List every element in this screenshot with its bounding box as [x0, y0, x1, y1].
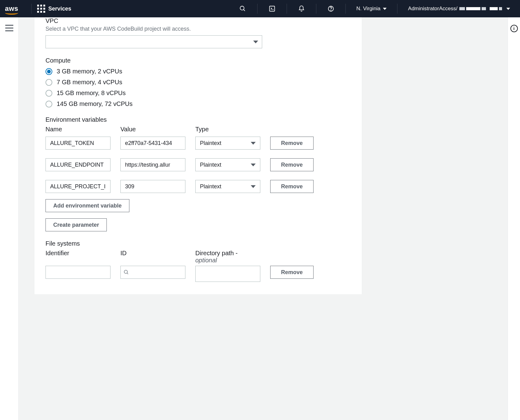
- radio-icon: [46, 90, 52, 97]
- search-icon[interactable]: [234, 5, 252, 12]
- create-parameter-button[interactable]: Create parameter: [46, 218, 107, 231]
- notifications-icon[interactable]: [292, 5, 310, 12]
- svg-point-6: [124, 270, 128, 273]
- compute-option-label: 145 GB memory, 72 vCPUs: [57, 100, 132, 107]
- svg-line-1: [244, 10, 245, 11]
- envvar-name-input[interactable]: [46, 158, 110, 171]
- add-envvar-button[interactable]: Add environment variable: [46, 199, 129, 212]
- fs-header-dir: Directory path - optional: [195, 250, 260, 264]
- vpc-section: VPC Select a VPC that your AWS CodeBuild…: [46, 17, 351, 48]
- envvar-type-value: Plaintext: [200, 183, 221, 190]
- envvar-type-value: Plaintext: [200, 162, 221, 168]
- compute-option-1[interactable]: 7 GB memory, 4 vCPUs: [46, 79, 351, 86]
- compute-option-label: 3 GB memory, 2 vCPUs: [57, 68, 122, 75]
- caret-down-icon: [383, 8, 387, 10]
- info-icon[interactable]: i: [510, 25, 518, 32]
- envvars-title: Environment variables: [46, 116, 351, 123]
- vpc-select[interactable]: [46, 35, 262, 48]
- compute-title: Compute: [46, 57, 351, 64]
- envvar-type-select[interactable]: Plaintext: [195, 158, 260, 171]
- fs-id-search[interactable]: [120, 266, 185, 279]
- account-label: AdministratorAccess/: [408, 6, 457, 12]
- chevron-down-icon: [251, 164, 256, 166]
- hamburger-icon[interactable]: [5, 25, 13, 31]
- envvar-header-type: Type: [195, 126, 260, 133]
- cloudshell-icon[interactable]: [263, 5, 281, 12]
- region-label: N. Virginia: [356, 6, 380, 12]
- account-menu[interactable]: AdministratorAccess/: [403, 6, 515, 12]
- divider: [345, 4, 346, 14]
- services-menu[interactable]: Services: [37, 5, 71, 13]
- filesystems-section: File systems Identifier ID Directory pat…: [46, 240, 351, 282]
- compute-option-0[interactable]: 3 GB memory, 2 vCPUs: [46, 68, 351, 75]
- chevron-down-icon: [253, 41, 258, 43]
- filesystems-title: File systems: [46, 240, 351, 247]
- fs-header-id: ID: [120, 250, 185, 257]
- services-label: Services: [48, 6, 71, 12]
- divider: [287, 4, 287, 14]
- envvar-value-input[interactable]: [120, 180, 185, 193]
- account-id-redacted-2: [490, 7, 502, 10]
- compute-option-label: 15 GB memory, 8 vCPUs: [57, 90, 126, 97]
- fs-id-input[interactable]: [120, 266, 185, 279]
- envvars-section: Environment variables Name Value Type Pl…: [46, 116, 351, 231]
- right-rail: i: [508, 17, 520, 420]
- chevron-down-icon: [251, 142, 256, 145]
- envvar-row: Plaintext Remove: [46, 137, 351, 150]
- svg-line-7: [127, 273, 128, 274]
- divider: [397, 4, 397, 14]
- fs-remove-button[interactable]: Remove: [270, 266, 314, 279]
- svg-point-0: [240, 6, 244, 10]
- region-selector[interactable]: N. Virginia: [351, 6, 392, 12]
- envvar-value-input[interactable]: [120, 158, 185, 171]
- svg-point-5: [331, 10, 331, 11]
- help-icon[interactable]: [322, 5, 340, 12]
- aws-logo[interactable]: aws: [5, 5, 18, 13]
- radio-icon: [46, 79, 52, 86]
- divider: [257, 4, 258, 14]
- fs-header-identifier: Identifier: [46, 250, 110, 257]
- compute-option-label: 7 GB memory, 4 vCPUs: [57, 79, 122, 86]
- vpc-helper: Select a VPC that your AWS CodeBuild pro…: [46, 26, 351, 32]
- envvar-remove-button[interactable]: Remove: [270, 137, 314, 150]
- compute-option-3[interactable]: 145 GB memory, 72 vCPUs: [46, 100, 351, 107]
- envvar-row: Plaintext Remove: [46, 158, 351, 171]
- divider: [316, 4, 316, 14]
- envvar-header-name: Name: [46, 126, 110, 133]
- vpc-title: VPC: [46, 17, 351, 24]
- main-content: VPC Select a VPC that your AWS CodeBuild…: [19, 17, 508, 420]
- envvar-type-select[interactable]: Plaintext: [195, 180, 260, 193]
- services-grid-icon: [37, 5, 45, 13]
- envvar-value-input[interactable]: [120, 137, 185, 150]
- envvar-name-input[interactable]: [46, 180, 110, 193]
- envvar-name-input[interactable]: [46, 137, 110, 150]
- compute-option-2[interactable]: 15 GB memory, 8 vCPUs: [46, 90, 351, 97]
- compute-section: Compute 3 GB memory, 2 vCPUs 7 GB memory…: [46, 57, 351, 107]
- caret-down-icon: [506, 8, 510, 10]
- chevron-down-icon: [251, 185, 256, 188]
- fs-row: Remove: [46, 266, 351, 282]
- envvar-row: Plaintext Remove: [46, 180, 351, 193]
- radio-checked-icon: [46, 68, 52, 75]
- fs-identifier-input[interactable]: [46, 266, 110, 279]
- search-icon: [124, 269, 129, 275]
- envvar-type-select[interactable]: Plaintext: [195, 137, 260, 150]
- envvar-header-value: Value: [120, 126, 185, 133]
- envvar-remove-button[interactable]: Remove: [270, 180, 314, 193]
- envvar-type-value: Plaintext: [200, 140, 221, 147]
- envvar-remove-button[interactable]: Remove: [270, 158, 314, 171]
- radio-icon: [46, 101, 52, 107]
- fs-dir-input[interactable]: [195, 266, 260, 282]
- divider: [31, 4, 32, 14]
- top-nav: aws Services N. Virginia A: [0, 0, 520, 17]
- account-id-redacted: [459, 7, 486, 10]
- left-rail: [0, 17, 19, 420]
